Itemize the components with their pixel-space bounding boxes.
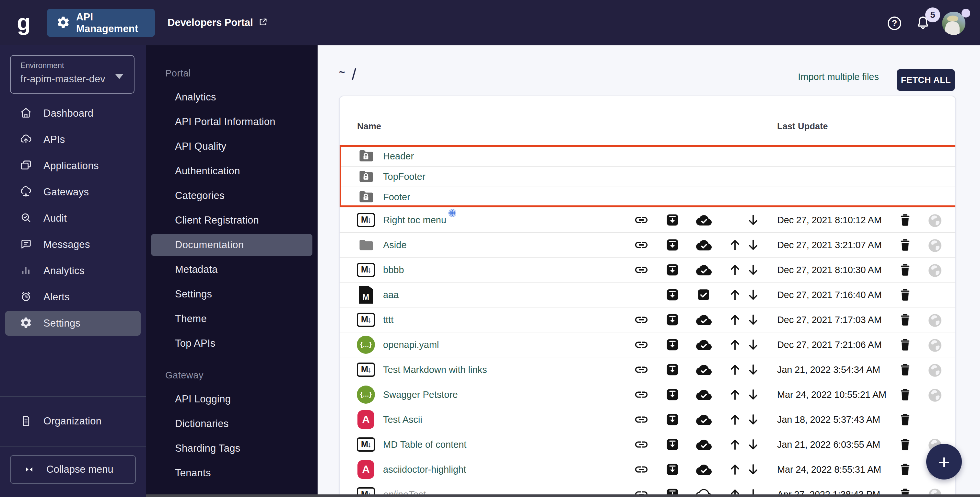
breadcrumb-root[interactable]: ~ (339, 66, 345, 78)
move-up-icon[interactable] (727, 238, 743, 252)
move-up-icon[interactable] (727, 262, 743, 277)
copy-link-icon[interactable] (634, 238, 649, 252)
publish-globe-icon[interactable] (927, 312, 942, 327)
move-down-icon[interactable] (746, 437, 760, 452)
copy-link-icon[interactable] (634, 462, 649, 477)
cloud-check-icon[interactable] (696, 312, 711, 327)
copy-link-icon[interactable] (634, 262, 649, 277)
save-icon[interactable] (665, 337, 680, 352)
add-page-fab[interactable]: + (926, 444, 962, 480)
move-down-icon[interactable] (746, 287, 760, 302)
save-icon[interactable] (665, 362, 680, 377)
cloud-check-icon[interactable] (696, 262, 711, 277)
save-icon[interactable] (665, 412, 680, 427)
move-up-icon[interactable] (727, 337, 743, 352)
cloud-check-icon[interactable] (696, 387, 711, 402)
publish-globe-icon[interactable] (927, 337, 942, 352)
page-name-link[interactable]: Test Ascii (383, 414, 422, 425)
publish-globe-icon[interactable] (927, 238, 942, 252)
tab-tenants[interactable]: Tenants (151, 462, 312, 484)
cloud-check-icon[interactable] (696, 238, 711, 252)
sidebar-item-organization[interactable]: Organization (5, 409, 141, 433)
page-name-link[interactable]: Aside (383, 240, 407, 250)
developers-portal-link[interactable]: Developers Portal (167, 0, 268, 45)
move-down-icon[interactable] (746, 462, 760, 477)
delete-icon[interactable] (898, 337, 913, 352)
move-down-icon[interactable] (746, 262, 760, 277)
fetch-all-button[interactable]: FETCH ALL (897, 69, 955, 91)
save-icon[interactable] (665, 312, 680, 327)
move-down-icon[interactable] (746, 362, 760, 377)
copy-link-icon[interactable] (634, 213, 649, 227)
tab-categories[interactable]: Categories (151, 185, 312, 207)
page-name-link[interactable]: asciidoctor-highlight (383, 464, 466, 475)
api-management-pill[interactable]: API Management (47, 9, 155, 37)
tab-settings[interactable]: Settings (151, 283, 312, 305)
delete-icon[interactable] (898, 287, 913, 302)
import-multiple-files-link[interactable]: Import multiple files (798, 71, 879, 82)
tab-metadata[interactable]: Metadata (151, 259, 312, 281)
delete-icon[interactable] (898, 213, 913, 227)
move-up-icon[interactable] (727, 462, 743, 477)
sidebar-item-messages[interactable]: Messages (5, 232, 141, 257)
gravitee-logo[interactable]: g (17, 5, 31, 40)
publish-globe-icon[interactable] (927, 362, 942, 377)
move-up-icon[interactable] (727, 437, 743, 452)
tab-api-logging[interactable]: API Logging (151, 388, 312, 410)
page-name-link[interactable]: Right toc menu (383, 214, 446, 225)
delete-icon[interactable] (898, 362, 913, 377)
sidebar-item-alerts[interactable]: Alerts (5, 285, 141, 310)
move-down-icon[interactable] (746, 387, 760, 402)
delete-icon[interactable] (898, 387, 913, 402)
publish-globe-icon[interactable] (927, 387, 942, 402)
tab-client-registration[interactable]: Client Registration (151, 209, 312, 231)
tab-sharding-tags[interactable]: Sharding Tags (151, 437, 312, 459)
move-up-icon[interactable] (727, 387, 743, 402)
sidebar-item-audit[interactable]: Audit (5, 206, 141, 231)
save-icon[interactable] (665, 213, 680, 227)
sidebar-item-analytics[interactable]: Analytics (5, 259, 141, 283)
help-icon[interactable]: ? (886, 15, 903, 32)
tab-authentication[interactable]: Authentication (151, 160, 312, 182)
tab-api-quality[interactable]: API Quality (151, 135, 312, 157)
page-name-link[interactable]: aaa (383, 289, 399, 300)
page-name-link[interactable]: openapi.yaml (383, 339, 439, 350)
tab-theme[interactable]: Theme (151, 308, 312, 330)
delete-icon[interactable] (898, 312, 913, 327)
save-icon[interactable] (665, 462, 680, 477)
delete-icon[interactable] (898, 412, 913, 427)
copy-link-icon[interactable] (634, 412, 649, 427)
environment-selector[interactable]: Environment fr-apim-master-dev (10, 55, 135, 94)
tab-api-portal-information[interactable]: API Portal Information (151, 111, 312, 133)
sidebar-item-settings[interactable]: Settings (5, 311, 141, 336)
move-up-icon[interactable] (727, 362, 743, 377)
copy-link-icon[interactable] (634, 387, 649, 402)
cloud-check-icon[interactable] (696, 412, 711, 427)
save-icon[interactable] (665, 238, 680, 252)
publish-globe-icon[interactable] (927, 262, 942, 277)
tab-analytics[interactable]: Analytics (151, 86, 312, 108)
collapse-menu-button[interactable]: Collapse menu (10, 455, 136, 484)
sidebar-item-dashboard[interactable]: Dashboard (5, 101, 141, 126)
move-down-icon[interactable] (746, 213, 760, 227)
copy-link-icon[interactable] (634, 362, 649, 377)
page-name-link[interactable]: MD Table of content (383, 439, 466, 450)
cloud-check-icon[interactable] (696, 437, 711, 452)
delete-icon[interactable] (898, 437, 913, 452)
move-up-icon[interactable] (727, 412, 743, 427)
sidebar-item-apis[interactable]: APIs (5, 127, 141, 152)
move-up-icon[interactable] (727, 287, 743, 302)
tab-dictionaries[interactable]: Dictionaries (151, 413, 312, 435)
cloud-check-icon[interactable] (696, 337, 711, 352)
delete-icon[interactable] (898, 238, 913, 252)
save-icon[interactable] (665, 387, 680, 402)
save-icon[interactable] (665, 287, 680, 302)
publish-globe-icon[interactable] (927, 213, 942, 227)
horizontal-scrollbar[interactable] (146, 494, 980, 497)
move-down-icon[interactable] (746, 238, 760, 252)
move-down-icon[interactable] (746, 337, 760, 352)
page-name-link[interactable]: Test Markdown with links (383, 364, 487, 375)
delete-icon[interactable] (898, 462, 913, 477)
save-icon[interactable] (665, 437, 680, 452)
copy-link-icon[interactable] (634, 337, 649, 352)
